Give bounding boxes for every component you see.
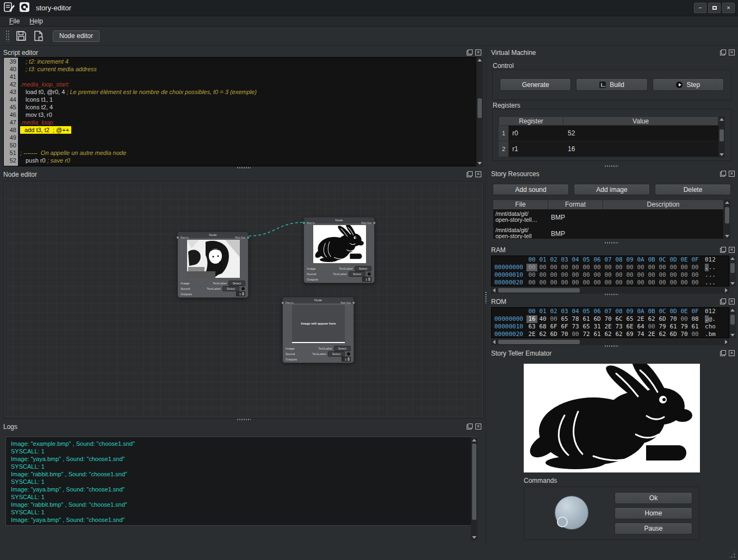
hex-byte[interactable]: 00 — [668, 264, 679, 271]
script-scrollbar[interactable] — [476, 57, 483, 166]
script-line[interactable]: push r0 ; save r0 — [20, 157, 482, 164]
hex-byte[interactable]: 65 — [581, 323, 592, 331]
float-panel-icon[interactable] — [720, 350, 726, 356]
home-button[interactable]: Home — [615, 507, 692, 519]
sound-play-button[interactable] — [346, 352, 351, 356]
node[interactable]: NodePort InPort OutImageTextLabelSelectS… — [177, 232, 249, 298]
script-line[interactable]: add t3, t2 ; @++ — [20, 126, 482, 134]
hex-byte[interactable]: 00 — [603, 279, 613, 287]
hex-byte[interactable]: 73 — [570, 323, 581, 331]
save-button[interactable] — [14, 29, 28, 43]
hex-byte[interactable]: 70 — [668, 315, 679, 323]
port-out[interactable]: Port Out — [361, 221, 376, 225]
sound-play-button[interactable] — [241, 287, 245, 291]
hex-byte[interactable]: 00 — [592, 279, 603, 287]
node[interactable]: NodePort InPort OutImage will appear her… — [282, 297, 354, 363]
code-area[interactable]: ; t2: increment 4; t3: current media add… — [18, 58, 482, 166]
hex-byte[interactable]: 00 — [646, 323, 657, 331]
close-panel-icon[interactable]: × — [729, 247, 735, 253]
script-editor[interactable]: 394041424344454647484950515253 ; t2: inc… — [3, 57, 483, 166]
hex-byte[interactable]: 63 — [526, 323, 537, 331]
register-column-header[interactable]: Register — [499, 117, 563, 125]
spinner-down-icon[interactable] — [368, 279, 370, 281]
hex-byte[interactable]: 00 — [690, 264, 700, 271]
hex-byte[interactable]: 00 — [581, 264, 592, 271]
hex-byte[interactable]: 00 — [646, 271, 657, 279]
script-line[interactable] — [20, 134, 482, 141]
close-panel-icon[interactable]: × — [475, 49, 481, 55]
float-panel-icon[interactable] — [467, 171, 473, 177]
hex-byte[interactable]: 00 — [624, 279, 635, 287]
float-panel-icon[interactable] — [720, 247, 726, 253]
port-in-dot[interactable] — [281, 301, 284, 304]
hex-byte[interactable]: 69 — [624, 331, 635, 338]
hex-byte[interactable]: 70 — [559, 331, 570, 338]
hex-byte[interactable]: 00 — [581, 271, 592, 279]
hex-byte[interactable]: 00 — [570, 264, 581, 271]
hex-byte[interactable]: 00 — [559, 279, 570, 287]
hex-byte[interactable]: 00 — [603, 264, 613, 271]
script-line[interactable] — [20, 141, 482, 149]
ram-vscrollbar[interactable] — [729, 256, 736, 287]
float-panel-icon[interactable] — [467, 49, 473, 55]
value-column-header[interactable]: Value — [563, 117, 718, 125]
hex-byte[interactable]: 00 — [624, 264, 635, 271]
hex-byte[interactable]: 00 — [690, 279, 700, 287]
hex-byte[interactable]: 00 — [548, 264, 559, 271]
hex-row[interactable]: 0000001000000000000000000000000000000000… — [492, 271, 729, 279]
close-panel-icon[interactable]: × — [729, 298, 735, 304]
hex-byte[interactable]: 00 — [570, 331, 581, 338]
close-panel-icon[interactable]: × — [475, 171, 481, 177]
minimize-button[interactable]: − — [694, 3, 706, 13]
hex-byte[interactable]: 61 — [581, 315, 592, 323]
resources-scrollbar[interactable] — [724, 200, 730, 239]
hex-byte[interactable]: 00 — [592, 264, 603, 271]
hex-byte[interactable]: 68 — [537, 323, 548, 331]
hex-row[interactable]: 0000002000000000000000000000000000000000… — [492, 279, 729, 287]
port-in-dot[interactable] — [302, 221, 306, 225]
resource-row[interactable]: /mnt/data/git/open-story-tell…BMP — [493, 209, 723, 226]
port-in[interactable]: Port In — [176, 236, 189, 239]
node[interactable]: NodePort InPort OutImageTextLabelSelectS… — [303, 217, 375, 283]
hex-byte[interactable]: 00 — [646, 264, 657, 271]
hex-byte[interactable]: 00 — [603, 271, 613, 279]
new-file-button[interactable] — [32, 29, 46, 43]
hex-byte[interactable]: 00 — [668, 271, 679, 279]
script-line[interactable]: .media_loop_start: — [20, 80, 482, 88]
splitter-handle[interactable] — [604, 293, 618, 296]
hex-byte[interactable]: 62 — [603, 331, 613, 338]
hex-byte[interactable]: 00 — [537, 264, 548, 271]
hex-byte[interactable]: 00 — [646, 279, 657, 287]
hex-byte[interactable]: 70 — [603, 315, 613, 323]
hex-byte[interactable]: 00 — [690, 271, 700, 279]
resource-row[interactable]: /mnt/data/git/open-story-tellBMP — [493, 226, 723, 239]
hex-byte[interactable]: 00 — [570, 271, 581, 279]
hex-byte[interactable]: 2E — [603, 323, 613, 331]
add-image-button[interactable]: Add image — [574, 184, 650, 195]
close-panel-icon[interactable]: × — [475, 424, 481, 430]
hex-byte[interactable]: 62 — [613, 331, 624, 338]
port-out[interactable]: Port Out — [235, 236, 250, 239]
splitter-handle[interactable] — [237, 418, 251, 421]
sound-play-button[interactable] — [367, 272, 371, 276]
port-in[interactable]: Port In — [302, 221, 315, 225]
hex-byte[interactable]: 00 — [635, 279, 646, 287]
splitter-handle[interactable] — [237, 166, 251, 169]
rom-hex-view[interactable]: 000102030405060708090A0B0C0D0E0F01200000… — [491, 307, 729, 338]
script-line[interactable]: ; t3: current media address — [20, 65, 482, 73]
hex-byte[interactable]: 2E — [635, 315, 646, 323]
close-button[interactable]: × — [722, 3, 735, 13]
outputs-spinner[interactable]: 1 — [342, 357, 351, 362]
log-output[interactable]: Image: "example.bmp" , Sound: "choose1.s… — [5, 437, 477, 526]
registers-scrollbar[interactable] — [718, 116, 725, 158]
close-panel-icon[interactable]: × — [729, 49, 735, 55]
hex-byte[interactable]: 79 — [657, 323, 668, 331]
script-line[interactable]: mov t3, r0 — [20, 111, 482, 119]
hex-byte[interactable]: 00 — [635, 271, 646, 279]
splitter-handle[interactable] — [604, 345, 618, 347]
image-select-button[interactable]: Select — [355, 266, 371, 271]
outputs-spinner[interactable]: 1 — [362, 277, 371, 282]
port-out-dot[interactable] — [352, 301, 355, 304]
hex-byte[interactable]: 64 — [635, 323, 646, 331]
hex-byte[interactable]: 6D — [592, 315, 603, 323]
